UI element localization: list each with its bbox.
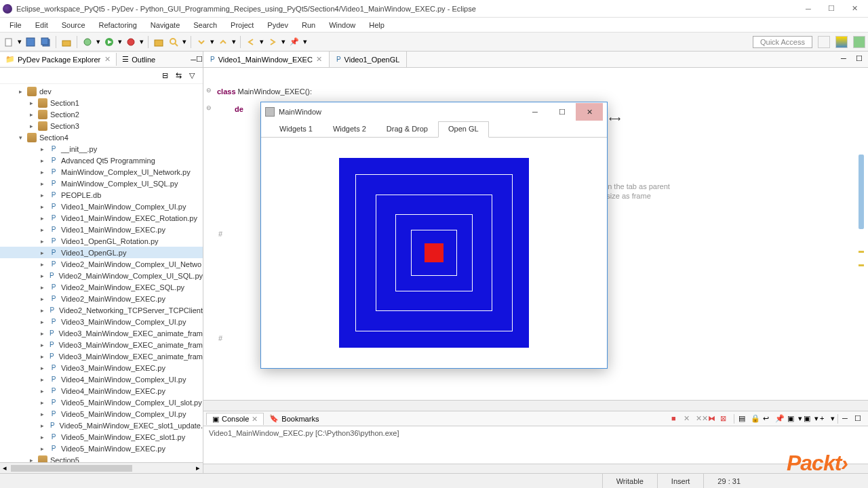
menu-project[interactable]: Project [224,20,260,30]
quick-access[interactable]: Quick Access [753,36,812,48]
close-button[interactable]: ✕ [849,3,860,14]
new-icon[interactable] [3,36,15,48]
tree-file-item[interactable]: ▸PVideo1_MainWindow_EXEC_Rotation.py [0,212,203,224]
scroll-lock-icon[interactable]: 🔒 [751,414,760,424]
word-wrap-icon[interactable]: ↩ [763,414,772,424]
tree-file-item[interactable]: ▸PVideo1_MainWindow_Complex_UI.py [0,201,203,212]
tree-file-item[interactable]: ▸PVideo1_OpenGL_Rotation.py [0,235,203,247]
popup-maximize-button[interactable]: ☐ [549,103,576,121]
tab-widgets2[interactable]: Widgets 2 [323,121,376,138]
menu-pydev[interactable]: Pydev [260,20,295,30]
tree-file-item[interactable]: ▸PMainWindow_Complex_UI_Network.py [0,166,203,178]
ext-tools-icon[interactable] [125,36,137,48]
tree-file-item[interactable]: ▸PVideo5_MainWindow_EXEC_slot1.py [0,431,203,443]
tree-file-item[interactable]: ▸PVideo2_Networking_TCPServer_TCPClient [0,304,203,316]
tree-file-item[interactable]: ▸PVideo3_MainWindow_EXEC_animate_fram [0,350,203,362]
tree-file-item[interactable]: ▸PVideo5_MainWindow_EXEC_slot1_update. [0,420,203,431]
maximize-view-icon[interactable]: ☐ [854,414,864,424]
editor-tab-exec[interactable]: P Video1_MainWindow_EXEC ✕ [203,52,330,67]
tree-item[interactable]: ▾Section4 [0,131,203,143]
collapse-all-icon[interactable]: ⊟ [162,71,172,81]
tree-item[interactable]: ▸Section1 [0,97,203,108]
tree-item[interactable]: ▸Section3 [0,120,203,131]
next-annotation-icon[interactable] [195,36,208,48]
editor-tab-opengl[interactable]: P Video1_OpenGL [330,52,407,67]
minimize-button[interactable]: ─ [803,3,814,14]
run-icon[interactable] [103,36,115,48]
tree-file-item[interactable]: ▸PVideo2_MainWindow_EXEC_SQL.py [0,281,203,293]
debug-perspective-icon[interactable] [853,36,865,48]
horizontal-scrollbar[interactable]: ◂▸ [0,462,203,473]
tree-file-item[interactable]: ▸PAdvanced Qt5 Programming [0,155,203,166]
menu-refactoring[interactable]: Refactoring [92,20,144,30]
new-console-icon[interactable]: + [820,414,829,424]
remove-launch-icon[interactable]: ✕ [684,414,693,424]
menu-navigate[interactable]: Navigate [144,20,186,30]
tab-dragdrop[interactable]: Drag & Drop [376,121,438,138]
maximize-button[interactable]: ☐ [826,3,837,14]
close-icon[interactable]: ✕ [252,415,258,424]
save-all-icon[interactable] [39,36,52,48]
forward-icon[interactable] [267,36,279,48]
tree-file-item[interactable]: ▸PVideo5_MainWindow_Complex_UI.py [0,408,203,420]
tree-file-item[interactable]: ▸PVideo5_MainWindow_Complex_UI_slot.py [0,396,203,408]
terminate-all-icon[interactable]: ⧓ [708,414,717,424]
view-menu-icon[interactable]: ▽ [189,71,199,81]
pin-icon[interactable]: 📌 [288,36,300,48]
pydev-perspective-icon[interactable] [835,36,848,48]
tree-file-item[interactable]: ▸PVideo4_MainWindow_Complex_UI.py [0,373,203,385]
menu-file[interactable]: File [3,20,28,30]
open-perspective-icon[interactable] [818,36,830,48]
package-tree[interactable]: ▸dev ▸Section1 ▸Section2 ▸Section3 ▾Sect… [0,84,203,462]
menu-search[interactable]: Search [186,20,224,30]
tree-file-item[interactable]: ▸PVideo3_MainWindow_EXEC.py [0,362,203,373]
popup-close-button[interactable]: ✕ [576,103,603,121]
import-icon[interactable] [60,36,73,48]
minimize-view-icon[interactable]: ─ [842,414,852,424]
tree-file-item[interactable]: ▸PVideo5_MainWindow_EXEC.py [0,443,203,454]
tree-file-item[interactable]: ▸PVideo2_MainWindow_Complex_UI_Netwo [0,258,203,270]
tree-file-item[interactable]: ▸PVideo1_OpenGL.py [0,247,203,258]
menu-source[interactable]: Source [55,20,92,30]
menu-run[interactable]: Run [295,20,322,30]
popup-minimize-button[interactable]: ─ [521,103,549,121]
tree-file-item[interactable]: ▸PMainWindow_Complex_UI_SQL.py [0,178,203,189]
tab-outline[interactable]: ☰ Outline [117,53,161,66]
tree-file-item[interactable]: ▸PVideo3_MainWindow_EXEC_animate_fram [0,339,203,350]
console-scrollbar[interactable] [203,464,868,473]
editor-horizontal-scrollbar[interactable] [203,400,868,411]
tree-item[interactable]: ▸Section2 [0,108,203,120]
tab-widgets1[interactable]: Widgets 1 [269,121,323,138]
console-output[interactable]: Video1_MainWindow_EXEC.py [C:\Python36\p… [203,426,868,464]
tab-package-explorer[interactable]: 📁 PyDev Package Explorer ✕ [0,53,117,66]
open-console-icon[interactable]: ▣ [804,414,813,424]
tree-item[interactable]: ▸dev [0,85,203,97]
maximize-view-icon[interactable]: ☐ [196,55,203,64]
minimize-editor-icon[interactable]: ─ [841,54,850,64]
menu-help[interactable]: Help [362,20,391,30]
tree-file-item[interactable]: ▸PVideo2_MainWindow_EXEC.py [0,293,203,304]
tree-file-item[interactable]: ▸PVideo3_MainWindow_Complex_UI.py [0,316,203,327]
clear-console-icon[interactable]: ▤ [738,414,748,424]
prev-annotation-icon[interactable] [217,36,229,48]
tree-file-item[interactable]: ▸PVideo1_MainWindow_EXEC.py [0,224,203,235]
link-editor-icon[interactable]: ⇆ [176,71,185,81]
minimize-view-icon[interactable]: ─ [191,56,196,64]
close-icon[interactable]: ✕ [316,55,322,64]
tree-file-item[interactable]: ▸P__init__.py [0,143,203,155]
display-selected-icon[interactable]: ▣ [787,414,797,424]
back-icon[interactable] [245,36,257,48]
tree-file-item[interactable]: ▸PVideo2_MainWindow_Complex_UI_SQL.py [0,270,203,281]
tab-bookmarks[interactable]: 🔖 Bookmarks [264,413,324,424]
menu-edit[interactable]: Edit [28,20,55,30]
tab-console[interactable]: ▣ Console ✕ [206,413,264,425]
close-icon[interactable]: ✕ [104,55,111,64]
tab-opengl[interactable]: Open GL [438,121,489,138]
tree-file-item[interactable]: ▸PPEOPLE.db [0,189,203,201]
search-icon[interactable] [167,36,180,48]
open-type-icon[interactable] [153,36,165,48]
save-icon[interactable] [24,36,37,48]
terminate-icon[interactable]: ■ [671,414,681,424]
maximize-editor-icon[interactable]: ☐ [856,54,865,64]
debug-icon[interactable] [81,36,94,48]
